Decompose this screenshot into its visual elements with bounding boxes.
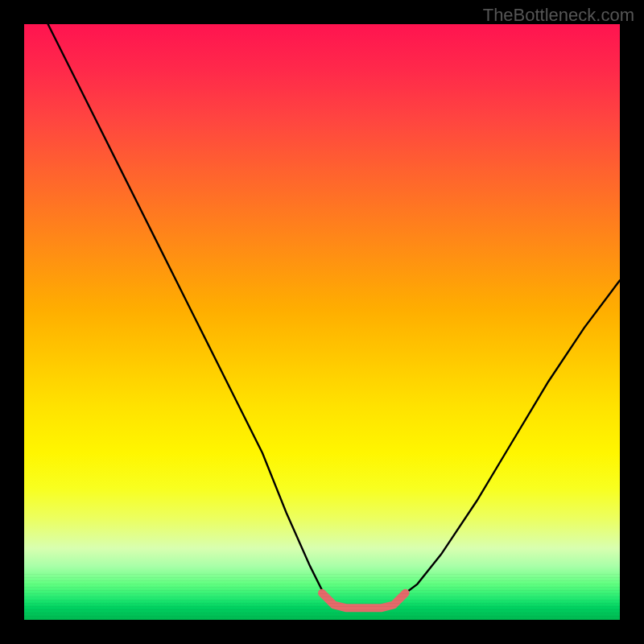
chart-svg bbox=[24, 24, 620, 620]
watermark-text: TheBottleneck.com bbox=[483, 5, 634, 26]
curve-right bbox=[394, 280, 620, 602]
chart-plot-area bbox=[24, 24, 620, 620]
curve-floor-highlight bbox=[322, 593, 406, 609]
curve-left bbox=[48, 24, 334, 602]
